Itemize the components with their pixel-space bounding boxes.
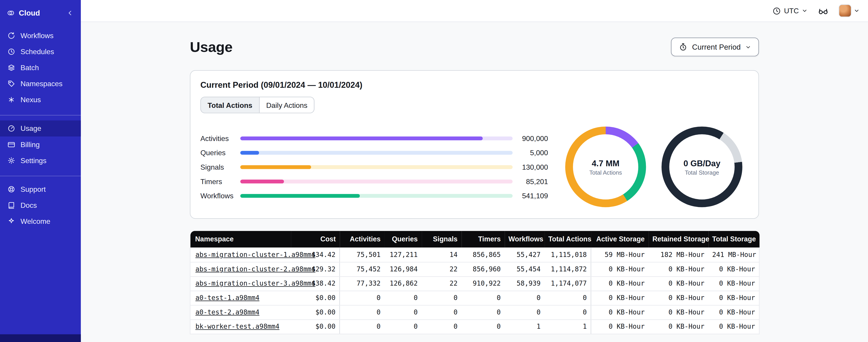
glasses-button[interactable] — [817, 5, 829, 16]
value-cell: 58,939 — [504, 276, 544, 291]
column-header: Cost — [291, 231, 340, 247]
avatar — [839, 4, 851, 17]
value-cell: 1 — [504, 319, 544, 334]
bar-track — [240, 150, 513, 154]
sidebar-group-platform: Workflows Schedules Batch Namespaces Nex… — [0, 26, 81, 112]
collapse-sidebar-button[interactable] — [66, 8, 74, 17]
column-header: Retained Storage — [649, 231, 709, 247]
usage-icon — [7, 124, 16, 133]
sidebar-item-billing[interactable]: Billing — [0, 136, 81, 152]
bar-value: 130,000 — [513, 163, 548, 171]
sidebar-item-batch[interactable]: Batch — [0, 60, 81, 76]
value-cell: 0 KB-Hour — [649, 319, 709, 334]
namespace-link[interactable]: a0-test-2.a98mm4 — [195, 308, 259, 316]
settings-icon — [7, 156, 16, 165]
namespace-link[interactable]: abs-migration-cluster-2.a98mm4 — [195, 265, 315, 273]
sidebar-item-settings[interactable]: Settings — [0, 152, 81, 169]
column-header: Queries — [384, 231, 422, 247]
actions-bar-chart: Activities900,000Queries5,000Signals130,… — [200, 131, 548, 203]
value-cell: 0 KB-Hour — [708, 262, 759, 276]
value-cell: 856,960 — [461, 262, 504, 276]
namespace-cell: a0-test-2.a98mm4 — [190, 305, 291, 319]
total-actions-label: Total Actions — [589, 169, 622, 175]
value-cell: 0 — [504, 305, 544, 319]
column-header: Namespace — [190, 231, 291, 247]
value-cell: 241 MB-Hour — [708, 247, 759, 262]
sidebar-item-support[interactable]: Support — [0, 181, 81, 197]
column-header: Total Actions — [545, 231, 591, 247]
sidebar-item-schedules[interactable]: Schedules — [0, 43, 81, 60]
user-menu-button[interactable] — [839, 4, 860, 17]
namespaces-usage-table: NamespaceCostActivitiesQueriesSignalsTim… — [190, 231, 759, 334]
sidebar-item-label: Workflows — [21, 32, 54, 40]
bar-value: 5,000 — [513, 148, 548, 157]
value-cell: 55,454 — [504, 262, 544, 276]
current-period-title: Current Period (09/01/2024 — 10/01/2024) — [200, 80, 748, 90]
total-storage-donut-chart: 0 GB/Day Total Storage — [661, 127, 742, 207]
sidebar-item-nexus[interactable]: Nexus — [0, 92, 81, 108]
sidebar-item-workflows[interactable]: Workflows — [0, 28, 81, 43]
tab-total-actions[interactable]: Total Actions — [201, 97, 259, 113]
sidebar-item-usage[interactable]: Usage — [0, 121, 81, 136]
column-header: Workflows — [504, 231, 544, 247]
namespace-link[interactable]: a0-test-1.a98mm4 — [195, 294, 259, 302]
value-cell: 77,332 — [340, 276, 384, 291]
value-cell: 0 — [340, 319, 384, 334]
app-window: Cloud Workflows Schedules Batch Namespac… — [0, 0, 868, 342]
value-cell: 1,114,872 — [545, 262, 591, 276]
namespace-link[interactable]: abs-migration-cluster-3.a98mm4 — [195, 279, 315, 287]
value-cell: 0 — [545, 305, 591, 319]
value-cell: 126,862 — [384, 276, 422, 291]
temporal-logo-icon — [6, 8, 15, 17]
total-storage-label: Total Storage — [685, 169, 719, 175]
sidebar-item-label: Schedules — [21, 47, 54, 56]
table-row: a0-test-1.a98mm4$0.000000000 KB-Hour0 KB… — [190, 290, 759, 305]
sidebar-item-welcome[interactable]: Welcome — [0, 213, 81, 229]
bar-track — [240, 179, 513, 183]
value-cell: 0 — [340, 305, 384, 319]
tab-daily-actions[interactable]: Daily Actions — [259, 97, 314, 113]
value-cell: 75,452 — [340, 262, 384, 276]
bar-row-activities: Activities900,000 — [200, 131, 548, 145]
billing-icon — [7, 140, 16, 149]
sidebar-item-docs[interactable]: Docs — [0, 197, 81, 213]
value-cell: 0 — [340, 290, 384, 305]
total-actions-value: 4.7 MM — [592, 158, 619, 168]
clock-icon — [772, 6, 781, 15]
period-selector-button[interactable]: Current Period — [671, 38, 759, 57]
value-cell: 0 KB-Hour — [591, 319, 649, 334]
namespace-link[interactable]: abs-migration-cluster-1.a98mm4 — [195, 251, 315, 258]
value-cell: 59 MB-Hour — [591, 247, 649, 262]
timezone-selector[interactable]: UTC — [772, 6, 808, 15]
value-cell: 0 — [461, 290, 504, 305]
value-cell: 0 KB-Hour — [649, 290, 709, 305]
usage-page: Usage Current Period Current Period (09/… — [190, 22, 759, 334]
stopwatch-icon — [679, 43, 688, 52]
bar-value: 900,000 — [513, 134, 548, 142]
bar-value: 541,109 — [513, 192, 548, 200]
value-cell: 0 KB-Hour — [708, 305, 759, 319]
actions-tabs: Total Actions Daily Actions — [200, 97, 315, 113]
table-row: abs-migration-cluster-3.a98mm4$38.4277,3… — [190, 276, 759, 291]
bar-row-workflows: Workflows541,109 — [200, 189, 548, 203]
table-row: abs-migration-cluster-1.a98mm4$34.4275,5… — [190, 247, 759, 262]
column-header: Timers — [461, 231, 504, 247]
value-cell: 182 MB-Hour — [649, 247, 709, 262]
value-cell: 0 — [545, 290, 591, 305]
namespace-link[interactable]: bk-worker-test.a98mm4 — [195, 322, 279, 330]
total-actions-donut-chart: 4.7 MM Total Actions — [565, 127, 646, 207]
total-storage-value: 0 GB/Day — [683, 158, 720, 168]
bar-fill — [240, 136, 483, 140]
column-header: Activities — [340, 231, 384, 247]
brand-label: Cloud — [19, 8, 40, 17]
value-cell: $0.00 — [291, 319, 340, 334]
value-cell: 0 KB-Hour — [649, 276, 709, 291]
column-header: Total Storage — [708, 231, 759, 247]
bar-fill — [240, 179, 284, 183]
value-cell: 0 KB-Hour — [708, 290, 759, 305]
value-cell: 0 — [461, 319, 504, 334]
value-cell: 127,211 — [384, 247, 422, 262]
value-cell: 0 — [422, 319, 461, 334]
sidebar-item-namespaces[interactable]: Namespaces — [0, 76, 81, 92]
usage-table-header-row: NamespaceCostActivitiesQueriesSignalsTim… — [190, 231, 759, 247]
